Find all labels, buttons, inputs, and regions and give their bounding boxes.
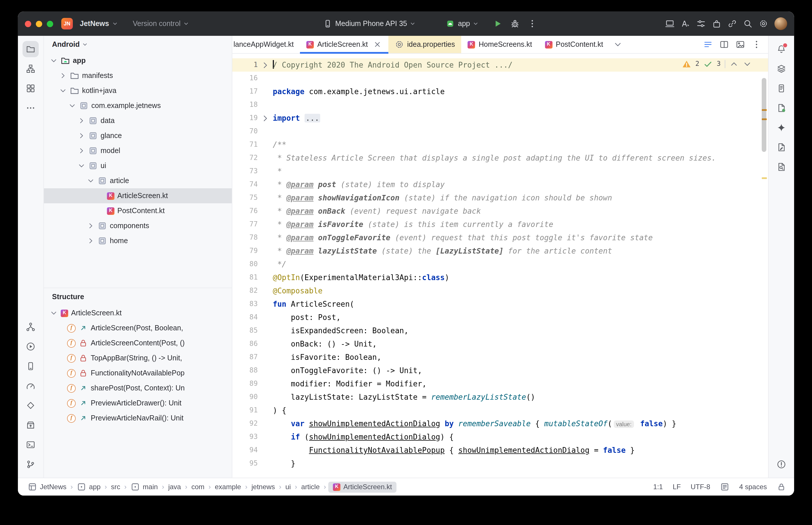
- line-number[interactable]: 74: [232, 178, 258, 191]
- problems-button[interactable]: [773, 456, 789, 472]
- split-editor-button[interactable]: [720, 40, 729, 49]
- more-vertical-button[interactable]: [752, 40, 761, 49]
- line-number[interactable]: 78: [232, 231, 258, 244]
- debug-button[interactable]: [511, 19, 520, 28]
- chevron-down-icon[interactable]: [50, 56, 58, 65]
- vcs-widget[interactable]: Version control: [133, 20, 189, 28]
- chevron-right-icon[interactable]: [77, 146, 86, 155]
- line-number[interactable]: 72: [232, 151, 258, 165]
- breadcrumb-ui[interactable]: ui: [284, 482, 293, 492]
- tree-item-com-example-jetnews[interactable]: com.example.jetnews: [44, 98, 232, 113]
- workflow-button[interactable]: [23, 319, 39, 335]
- chevron-down-icon[interactable]: [743, 59, 752, 69]
- line-number[interactable]: 82: [232, 284, 258, 297]
- run-configuration-selector[interactable]: app: [446, 19, 479, 28]
- structure-item-functionalitynotavailablepop[interactable]: fFunctionalityNotAvailablePop: [44, 365, 232, 380]
- line-number[interactable]: 86: [232, 337, 258, 350]
- link-button[interactable]: [728, 19, 737, 28]
- deploy-button[interactable]: [23, 417, 39, 433]
- avatar[interactable]: [774, 17, 787, 30]
- tab-idea-properties[interactable]: idea.properties: [388, 36, 461, 53]
- version-control-button[interactable]: [23, 456, 39, 472]
- search-button[interactable]: [743, 19, 752, 28]
- terminal-button[interactable]: [23, 437, 39, 453]
- logcat-button[interactable]: [773, 100, 789, 116]
- inspection-widget[interactable]: 2 3: [682, 57, 752, 71]
- line-number[interactable]: 87: [232, 350, 258, 364]
- line-number[interactable]: 95: [232, 457, 258, 470]
- app-inspection-button[interactable]: [23, 397, 39, 414]
- layers-button[interactable]: [773, 61, 789, 77]
- code-line-76[interactable]: 76 * @param onBack (event) request navig…: [232, 205, 768, 218]
- fold-marker-icon[interactable]: [258, 60, 273, 70]
- code-line-73[interactable]: 73 *: [232, 165, 768, 178]
- code-line-18[interactable]: 18: [232, 98, 768, 111]
- chevron-down-icon[interactable]: [68, 101, 76, 110]
- code-with-me-button[interactable]: [681, 19, 690, 28]
- code-line-85[interactable]: 85 isExpandedScreen: Boolean,: [232, 324, 768, 337]
- tree-item-manifests[interactable]: manifests: [44, 68, 232, 83]
- notifications-button[interactable]: [773, 41, 789, 57]
- editor-scrollbar[interactable]: [760, 54, 768, 478]
- line-number[interactable]: 94: [232, 444, 258, 457]
- line-number[interactable]: 83: [232, 297, 258, 311]
- code-line-83[interactable]: 83fun ArticleScreen(: [232, 297, 768, 311]
- tree-item-data[interactable]: data: [44, 113, 232, 128]
- device-manager-button[interactable]: [23, 358, 39, 374]
- code-line-70[interactable]: 70: [232, 125, 768, 138]
- line-number[interactable]: 84: [232, 311, 258, 324]
- device-file-explorer-button[interactable]: [773, 80, 789, 96]
- run-circle-button[interactable]: [23, 339, 39, 355]
- minimize-window-button[interactable]: [36, 20, 42, 27]
- settings-button[interactable]: [759, 19, 768, 28]
- more-run-options-button[interactable]: [528, 19, 537, 28]
- chevron-right-icon[interactable]: [77, 116, 86, 125]
- profiler-button[interactable]: [23, 378, 39, 394]
- code-line-16[interactable]: 16: [232, 72, 768, 85]
- code-line-87[interactable]: 87 isFavorite: Boolean,: [232, 350, 768, 364]
- line-number[interactable]: 90: [232, 390, 258, 404]
- tree-item-articlescreen-kt[interactable]: KArticleScreen.kt: [44, 188, 232, 203]
- line-number[interactable]: 89: [232, 377, 258, 390]
- tree-item-glance[interactable]: glance: [44, 128, 232, 143]
- breadcrumb-example[interactable]: example: [213, 482, 243, 492]
- line-number[interactable]: 75: [232, 191, 258, 205]
- line-number[interactable]: 80: [232, 258, 258, 271]
- editor-options-list-button[interactable]: [703, 40, 713, 49]
- preview-layout-button[interactable]: [736, 40, 745, 49]
- code-line-79[interactable]: 79 * @param lazyListState (state) the [L…: [232, 244, 768, 258]
- chevron-right-icon[interactable]: [77, 131, 86, 140]
- resources-button[interactable]: [23, 80, 39, 96]
- breadcrumb-com[interactable]: com: [190, 482, 206, 492]
- tree-item-components[interactable]: components: [44, 218, 232, 233]
- scrollbar-thumb[interactable]: [762, 78, 766, 152]
- project-widget[interactable]: JN JetNews: [61, 18, 118, 29]
- structure-item-previewarticlenavrail-unit[interactable]: fPreviewArticleNavRail(): Unit: [44, 411, 232, 426]
- code-line-19[interactable]: 19import ...: [232, 111, 768, 125]
- line-number[interactable]: 91: [232, 404, 258, 417]
- structure-item-articlescreen-post-boolean[interactable]: fArticleScreen(Post, Boolean,: [44, 320, 232, 335]
- line-number[interactable]: 76: [232, 205, 258, 218]
- editor[interactable]: 1/ Copyright 2020 The Android Open Sourc…: [232, 54, 768, 478]
- code-line-92[interactable]: 92 var showUnimplementedActionDialog by …: [232, 417, 768, 430]
- edit-doc-button[interactable]: [773, 139, 789, 155]
- code-line-17[interactable]: 17package com.example.jetnews.ui.article: [232, 85, 768, 98]
- breadcrumb-jetnews[interactable]: JetNews: [26, 482, 68, 492]
- code-line-94[interactable]: 94 FunctionalityNotAvailablePopup { show…: [232, 444, 768, 457]
- breadcrumb-app[interactable]: app: [75, 482, 102, 492]
- line-number[interactable]: 1: [232, 58, 258, 72]
- tree-item-ui[interactable]: ui: [44, 158, 232, 173]
- structure-root-articlescreen-kt[interactable]: KArticleScreen.kt: [44, 305, 232, 320]
- chevron-right-icon[interactable]: [87, 221, 95, 230]
- code-line-71[interactable]: 71/**: [232, 138, 768, 151]
- line-number[interactable]: 17: [232, 85, 258, 98]
- code-line-81[interactable]: 81@OptIn(ExperimentalMaterial3Api::class…: [232, 271, 768, 284]
- code-line-80[interactable]: 80 */: [232, 258, 768, 271]
- device-selector[interactable]: Medium Phone API 35: [323, 19, 416, 28]
- code-line-89[interactable]: 89 modifier: Modifier = Modifier,: [232, 377, 768, 390]
- breadcrumb-article[interactable]: article: [299, 482, 321, 492]
- fold-marker-icon[interactable]: [258, 114, 273, 123]
- code-line-93[interactable]: 93 if (showUnimplementedActionDialog) {: [232, 430, 768, 444]
- tab-postcontent-kt[interactable]: KPostContent.kt: [538, 36, 609, 53]
- line-number[interactable]: 70: [232, 125, 258, 138]
